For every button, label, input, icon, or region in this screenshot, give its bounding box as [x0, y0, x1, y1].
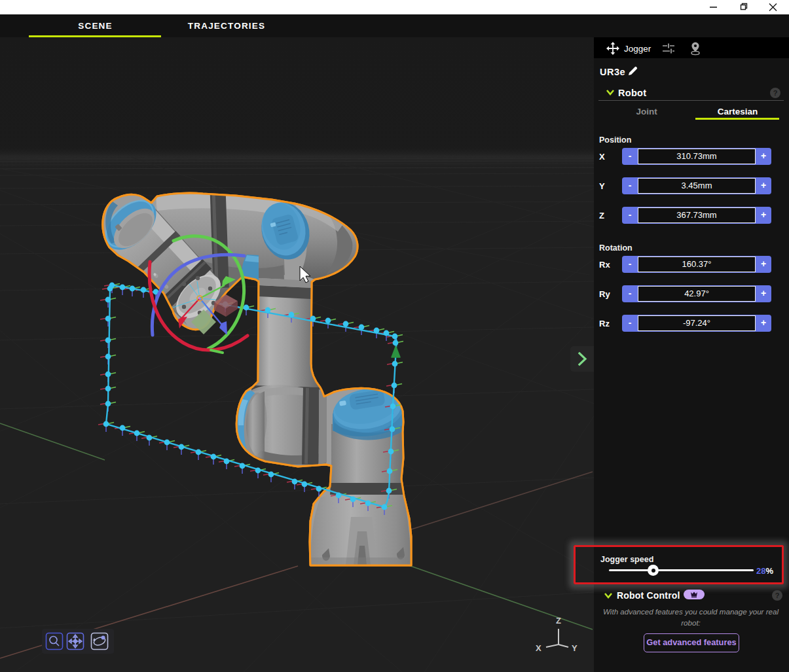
svg-text:Jogger: Jogger — [624, 44, 651, 54]
svg-text:X: X — [536, 643, 541, 653]
svg-text:Y: Y — [572, 643, 578, 653]
svg-text:Z: Z — [556, 616, 561, 626]
